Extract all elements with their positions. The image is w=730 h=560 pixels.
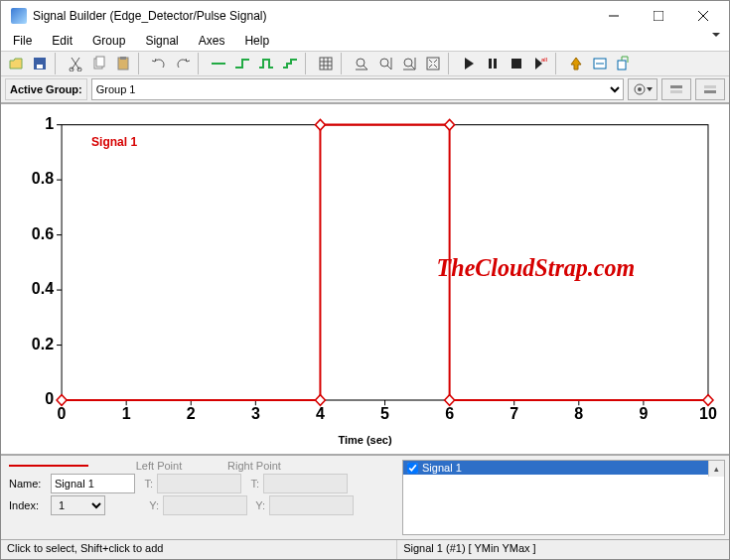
svg-rect-8: [120, 57, 126, 60]
signal-list[interactable]: Signal 1 ▴: [402, 460, 725, 535]
x-axis-label: Time (sec): [7, 432, 723, 450]
status-right: Signal 1 (#1) [ YMin YMax ]: [397, 540, 729, 559]
svg-text:0: 0: [58, 404, 67, 424]
close-button[interactable]: [680, 2, 725, 30]
group-expand-button[interactable]: [695, 78, 725, 100]
svg-text:0.8: 0.8: [32, 169, 54, 189]
t-label-right: T:: [245, 478, 259, 490]
pulse-signal-icon[interactable]: [255, 53, 277, 74]
svg-rect-23: [670, 90, 682, 93]
svg-text:4: 4: [316, 404, 326, 424]
menu-help[interactable]: Help: [238, 33, 275, 49]
signal-plot[interactable]: 01234567891000.20.40.60.81Signal 1TheClo…: [7, 114, 723, 432]
svg-text:all: all: [541, 57, 547, 63]
minimize-button[interactable]: [591, 2, 636, 30]
stop-icon[interactable]: [506, 53, 527, 74]
signal-list-item[interactable]: Signal 1: [403, 461, 724, 475]
svg-rect-25: [704, 90, 716, 93]
svg-text:10: 10: [699, 404, 717, 424]
right-t-field[interactable]: [263, 474, 348, 493]
const-signal-icon[interactable]: [208, 53, 229, 74]
svg-text:7: 7: [510, 404, 518, 424]
block-icon[interactable]: [589, 53, 611, 74]
menu-signal[interactable]: Signal: [139, 33, 184, 49]
svg-text:6: 6: [445, 404, 454, 424]
active-group-label: Active Group:: [5, 78, 87, 100]
zoom-in-y-icon[interactable]: [374, 53, 396, 74]
svg-text:8: 8: [574, 404, 583, 424]
svg-rect-22: [670, 85, 682, 88]
menu-group[interactable]: Group: [86, 33, 131, 49]
svg-rect-15: [494, 59, 497, 69]
svg-rect-19: [618, 61, 626, 70]
play-all-icon[interactable]: all: [529, 53, 551, 74]
cut-icon[interactable]: [65, 53, 86, 74]
name-label: Name:: [9, 478, 47, 490]
fit-icon[interactable]: [422, 53, 444, 74]
signal-visible-checkbox[interactable]: [407, 463, 418, 474]
svg-rect-13: [427, 58, 439, 70]
group-settings-button[interactable]: [628, 78, 657, 100]
svg-rect-24: [704, 85, 716, 88]
copy-icon[interactable]: [88, 53, 110, 74]
step-signal-icon[interactable]: [231, 53, 253, 74]
svg-text:0: 0: [45, 389, 54, 409]
svg-text:Signal 1: Signal 1: [91, 135, 137, 149]
svg-rect-6: [96, 57, 104, 67]
grid-icon[interactable]: [315, 53, 337, 74]
y-label-left: Y:: [145, 499, 159, 511]
redo-icon[interactable]: [172, 53, 194, 74]
right-y-field[interactable]: [269, 495, 354, 515]
t-label-left: T:: [139, 478, 153, 490]
scroll-up-icon[interactable]: ▴: [708, 461, 724, 477]
svg-text:3: 3: [251, 404, 260, 424]
pause-icon[interactable]: [482, 53, 504, 74]
up-icon[interactable]: [565, 53, 587, 74]
maximize-button[interactable]: [636, 2, 680, 30]
paste-icon[interactable]: [112, 53, 134, 74]
left-point-header: Left Point: [114, 460, 204, 472]
svg-text:1: 1: [122, 404, 131, 424]
zoom-in-x-icon[interactable]: [351, 53, 372, 74]
menu-axes[interactable]: Axes: [193, 33, 231, 49]
svg-text:9: 9: [639, 404, 648, 424]
svg-text:TheCloudStrap.com: TheCloudStrap.com: [437, 254, 636, 282]
status-left: Click to select, Shift+click to add: [1, 540, 397, 559]
signal-list-item-label: Signal 1: [422, 462, 462, 474]
svg-text:5: 5: [380, 404, 389, 424]
ribbon-caret[interactable]: [707, 31, 725, 39]
svg-point-10: [357, 59, 365, 67]
active-group-select[interactable]: Group 1: [91, 78, 624, 100]
y-label-right: Y:: [251, 499, 265, 511]
svg-text:2: 2: [187, 404, 196, 424]
svg-rect-14: [489, 59, 492, 69]
name-field[interactable]: [51, 474, 135, 493]
zoom-xy-icon[interactable]: [398, 53, 420, 74]
menu-file[interactable]: File: [7, 33, 38, 49]
group-collapse-button[interactable]: [661, 78, 691, 100]
left-t-field[interactable]: [157, 474, 241, 493]
svg-rect-0: [654, 11, 663, 21]
signal-color-swatch: [9, 465, 88, 467]
undo-icon[interactable]: [148, 53, 170, 74]
svg-point-11: [380, 59, 388, 67]
left-y-field[interactable]: [163, 495, 247, 515]
play-icon[interactable]: [458, 53, 480, 74]
svg-text:0.6: 0.6: [32, 223, 54, 243]
app-icon: [11, 8, 27, 24]
window-title: Signal Builder (Edge_Detector/Pulse Sign…: [33, 9, 591, 23]
open-icon[interactable]: [5, 53, 27, 74]
svg-text:0.4: 0.4: [32, 279, 55, 299]
right-point-header: Right Point: [210, 460, 299, 472]
svg-rect-2: [37, 65, 43, 69]
stair-signal-icon[interactable]: [279, 53, 301, 74]
svg-point-21: [638, 87, 642, 91]
svg-rect-9: [320, 58, 332, 70]
svg-text:1: 1: [45, 114, 54, 133]
save-icon[interactable]: [29, 53, 51, 74]
svg-text:0.2: 0.2: [32, 334, 54, 353]
menu-edit[interactable]: Edit: [46, 33, 78, 49]
svg-rect-16: [511, 59, 521, 69]
index-select[interactable]: 1: [51, 495, 105, 515]
export-icon[interactable]: [613, 53, 635, 74]
